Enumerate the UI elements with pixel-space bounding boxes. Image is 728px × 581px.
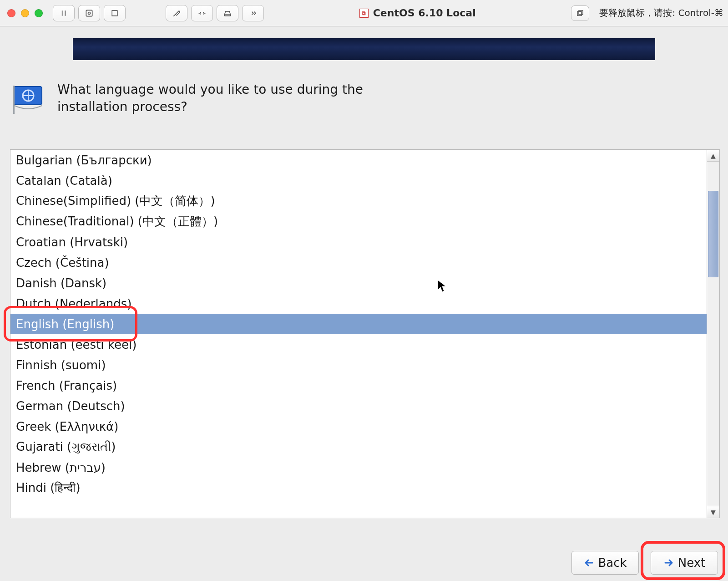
language-option-label: Gujarati (ગુજરાતી) <box>16 440 116 454</box>
language-option[interactable]: French (Français) <box>10 375 707 396</box>
installer-header-banner <box>73 38 655 60</box>
drive-button[interactable] <box>217 5 238 21</box>
language-option[interactable]: Chinese(Traditional) (中文（正體）) <box>10 211 707 232</box>
language-option[interactable]: Chinese(Simplified) (中文（简体）) <box>10 191 707 211</box>
language-option-label: French (Français) <box>16 379 117 392</box>
toolbar-group-vm <box>53 5 126 21</box>
language-option-label: Dutch (Nederlands) <box>16 297 131 311</box>
scroll-thumb[interactable] <box>708 191 718 277</box>
language-option-label: Chinese(Traditional) (中文（正體）) <box>16 214 218 229</box>
language-option-label: Czech (Čeština) <box>16 256 109 270</box>
language-list[interactable]: Bulgarian (Български)Catalan (Català)Chi… <box>10 150 707 518</box>
language-option-label: Hindi (हिन्दी) <box>16 481 81 495</box>
language-option[interactable]: Hindi (हिन्दी) <box>10 478 707 498</box>
nav-buttons: Back Next <box>571 551 718 575</box>
vm-icon: ⧉ <box>359 9 369 18</box>
next-button[interactable]: Next <box>651 551 718 575</box>
minimize-window-button[interactable] <box>21 9 29 17</box>
svg-rect-7 <box>13 86 15 114</box>
next-button-label: Next <box>678 556 706 570</box>
language-option-label: Finnish (suomi) <box>16 358 106 372</box>
language-option[interactable]: Czech (Čeština) <box>10 252 707 273</box>
language-option-label: Greek (Ελληνικά) <box>16 420 118 433</box>
language-option-label: Estonian (eesti keel) <box>16 338 136 352</box>
svg-rect-2 <box>112 10 117 16</box>
language-option[interactable]: English (English) <box>10 314 707 334</box>
zoom-window-button[interactable] <box>35 9 43 17</box>
fullscreen-button[interactable] <box>104 5 126 21</box>
prompt-row: What language would you like to use duri… <box>10 81 718 117</box>
vm-title: ⧉ CentOS 6.10 Local <box>359 7 476 19</box>
language-option[interactable]: Hebrew (עברית) <box>10 457 707 478</box>
language-option[interactable]: Bulgarian (Български) <box>10 150 707 170</box>
multiwindow-button[interactable] <box>571 5 589 21</box>
svg-point-1 <box>88 12 91 14</box>
toolbar-group-tools <box>166 5 264 21</box>
language-option[interactable]: Dutch (Nederlands) <box>10 293 707 314</box>
release-mouse-hint: 要释放鼠标，请按: Control-⌘ <box>599 7 723 19</box>
language-option-label: Hebrew (עברית) <box>16 461 106 474</box>
settings-button[interactable] <box>166 5 187 21</box>
svg-rect-3 <box>577 11 581 15</box>
language-option[interactable]: Croatian (Hrvatski) <box>10 232 707 252</box>
host-toolbar: ⧉ CentOS 6.10 Local 要释放鼠标，请按: Control-⌘ <box>0 0 728 26</box>
language-option[interactable]: Finnish (suomi) <box>10 355 707 375</box>
vm-title-text: CentOS 6.10 Local <box>373 7 476 19</box>
prompt-text: What language would you like to use duri… <box>57 81 385 116</box>
language-option-label: Chinese(Simplified) (中文（简体）) <box>16 193 215 209</box>
flag-icon <box>10 81 46 117</box>
language-option[interactable]: Danish (Dansk) <box>10 273 707 293</box>
language-option-label: Danish (Dansk) <box>16 276 106 290</box>
pause-button[interactable] <box>53 5 75 21</box>
guest-screen: What language would you like to use duri… <box>0 26 728 581</box>
close-window-button[interactable] <box>7 9 15 17</box>
language-option[interactable]: German (Deutsch) <box>10 396 707 416</box>
back-button[interactable]: Back <box>571 551 639 575</box>
language-option[interactable]: Greek (Ελληνικά) <box>10 416 707 437</box>
language-option-label: Bulgarian (Български) <box>16 153 152 167</box>
scroll-up-button[interactable]: ▲ <box>707 150 719 162</box>
svg-rect-0 <box>86 10 92 16</box>
window-controls <box>5 9 43 17</box>
language-option[interactable]: Catalan (Català) <box>10 170 707 191</box>
svg-rect-4 <box>579 10 583 15</box>
snapshot-button[interactable] <box>78 5 100 21</box>
resize-guest-button[interactable] <box>191 5 213 21</box>
language-option-label: English (English) <box>16 317 114 331</box>
language-list-scrollbar[interactable]: ▲ ▼ <box>707 150 719 518</box>
back-button-label: Back <box>598 556 627 570</box>
more-tools-button[interactable] <box>242 5 264 21</box>
scroll-track[interactable] <box>707 162 719 506</box>
language-list-frame: Bulgarian (Български)Catalan (Català)Chi… <box>10 149 720 518</box>
scroll-down-button[interactable]: ▼ <box>707 506 719 518</box>
language-option-label: Catalan (Català) <box>16 174 112 188</box>
language-option-label: Croatian (Hrvatski) <box>16 235 128 249</box>
language-option-label: German (Deutsch) <box>16 399 125 413</box>
language-option[interactable]: Estonian (eesti keel) <box>10 334 707 355</box>
language-option[interactable]: Gujarati (ગુજરાતી) <box>10 437 707 457</box>
